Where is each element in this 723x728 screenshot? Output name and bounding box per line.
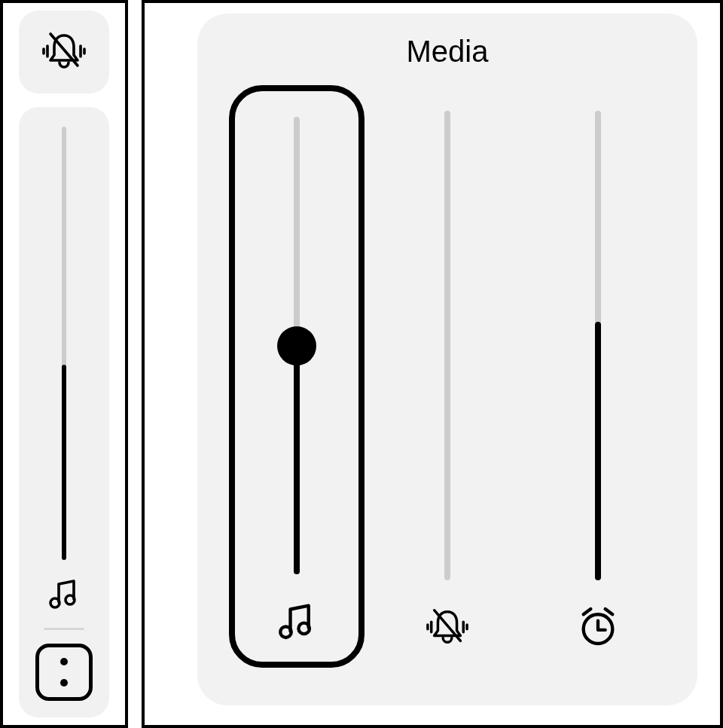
slider-ring[interactable] <box>372 85 523 668</box>
slider-box-alarm[interactable] <box>530 85 666 668</box>
slider-thumb[interactable] <box>277 326 316 366</box>
bell-slash-icon <box>40 28 88 76</box>
divider <box>44 628 84 630</box>
expanded-volume-panel-frame: Media <box>142 0 723 728</box>
alarm-clock-icon <box>576 600 620 653</box>
slider-row <box>221 85 673 668</box>
compact-media-slider-track <box>19 107 109 717</box>
ring-mode-button[interactable] <box>19 11 109 93</box>
music-note-icon <box>275 594 319 647</box>
svg-point-8 <box>298 623 310 635</box>
panel-title: Media <box>407 35 489 69</box>
music-note-icon <box>46 575 82 611</box>
expanded-volume-panel: Media <box>197 14 697 705</box>
expand-sliders-button[interactable] <box>35 644 93 701</box>
svg-point-7 <box>280 626 291 638</box>
more-icon <box>60 658 68 687</box>
slider-box-ring[interactable] <box>380 85 515 668</box>
compact-media-slider[interactable] <box>61 127 67 560</box>
bell-slash-icon <box>419 600 476 653</box>
slider-alarm[interactable] <box>523 85 673 668</box>
compact-volume-panel <box>0 0 128 728</box>
volume-slider-ring[interactable] <box>443 111 452 580</box>
slider-media[interactable] <box>221 85 372 668</box>
volume-slider-media[interactable] <box>292 117 301 574</box>
slider-box-media[interactable] <box>229 85 365 668</box>
volume-slider-alarm[interactable] <box>593 111 602 580</box>
